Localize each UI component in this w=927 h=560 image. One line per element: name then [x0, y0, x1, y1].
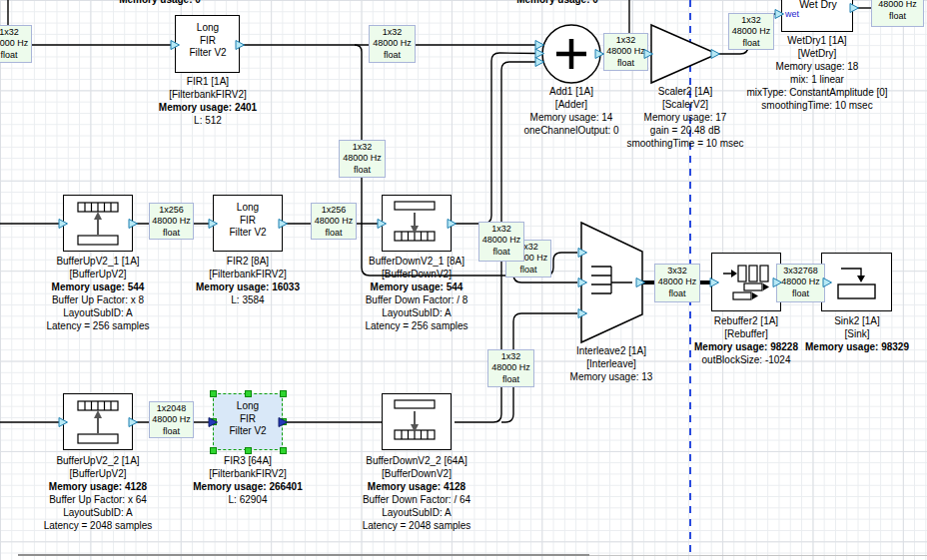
- bufferup2-input-pin[interactable]: [59, 418, 68, 427]
- fir2-output-pin[interactable]: [279, 220, 288, 229]
- buffer-down-icon: [395, 400, 435, 439]
- sink2-input-pin[interactable]: [823, 279, 832, 287]
- fir1-output-pin[interactable]: [236, 41, 245, 50]
- wetdry1-wet-input-pin[interactable]: [775, 10, 784, 19]
- horizontal-scrollbar-track[interactable]: [589, 555, 927, 556]
- buffer-up-icon: [78, 401, 118, 443]
- sink-icon: [838, 269, 875, 298]
- rebuffer-icon: [723, 266, 769, 299]
- rebuffer2-input-pin[interactable]: [710, 279, 719, 287]
- bufferup2-output-pin[interactable]: [129, 418, 138, 427]
- fir3-output-pin[interactable]: [279, 418, 288, 427]
- fir2-input-pin[interactable]: [209, 220, 218, 229]
- horizontal-scrollbar-thumb[interactable]: [18, 554, 589, 556]
- bufferdown1-input-pin[interactable]: [378, 220, 387, 229]
- buffer-down-icon: [395, 202, 435, 241]
- schematic-canvas[interactable]: LongFIRFilter V2 LongFIRFilter V2 LongFI…: [0, 0, 927, 560]
- fir3-input-pin[interactable]: [209, 418, 218, 427]
- rebuffer2-output-pin[interactable]: [773, 279, 782, 287]
- bufferup1-output-pin[interactable]: [129, 220, 138, 229]
- fir1-input-pin[interactable]: [171, 41, 180, 50]
- scaler2-output-pin[interactable]: [711, 50, 720, 59]
- bufferdown1-output-pin[interactable]: [448, 220, 457, 229]
- wetdry1-output-pin[interactable]: [850, 4, 859, 13]
- bufferup1-input-pin[interactable]: [59, 220, 68, 229]
- block-scaler2[interactable]: [651, 25, 717, 83]
- buffer-up-icon: [78, 203, 118, 245]
- shapes-layer: [0, 0, 927, 560]
